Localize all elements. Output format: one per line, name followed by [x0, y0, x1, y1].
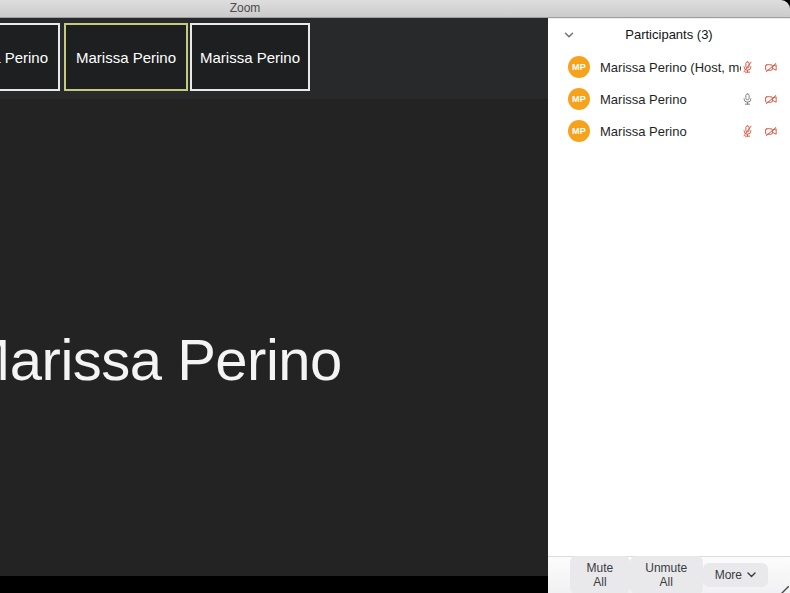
window-title: Zoom	[230, 0, 261, 17]
participant-row[interactable]: MP Marissa Perino	[568, 120, 779, 142]
mic-muted-icon	[741, 60, 754, 74]
participant-name: Marissa Perino	[600, 124, 741, 139]
unmute-all-button[interactable]: Unmute All	[630, 556, 703, 593]
video-off-icon	[763, 61, 779, 74]
participant-name-label: Marissa Perino	[200, 49, 300, 66]
participant-row[interactable]: MP Marissa Perino (Host, me)	[568, 56, 779, 78]
video-thumbnail-active-speaker[interactable]: Marissa Perino	[64, 23, 188, 91]
window-titlebar[interactable]: Zoom	[0, 0, 790, 18]
status-icons	[741, 60, 779, 74]
participant-row[interactable]: MP Marissa Perino	[568, 88, 779, 110]
avatar: MP	[568, 120, 590, 142]
participant-name-label: Marissa Perino	[76, 49, 176, 66]
participant-name: Marissa Perino (Host, me)	[600, 60, 741, 75]
chevron-down-icon	[747, 572, 756, 578]
avatar: MP	[568, 88, 590, 110]
participant-name-label: Marissa Perino	[0, 49, 48, 66]
participants-panel: Participants (3) MP Marissa Perino (Host…	[548, 18, 790, 593]
video-thumbnail[interactable]: Marissa Perino	[0, 23, 60, 91]
mic-icon	[741, 92, 754, 106]
chevron-down-icon[interactable]	[562, 28, 576, 42]
video-filmstrip: Marissa Perino Marissa Perino Marissa Pe…	[0, 18, 548, 99]
status-icons	[741, 92, 779, 106]
status-icons	[741, 124, 779, 138]
video-thumbnail[interactable]: Marissa Perino	[190, 23, 310, 91]
panel-title: Participants (3)	[548, 19, 790, 51]
resize-grip-icon[interactable]	[779, 582, 789, 592]
mute-all-button[interactable]: Mute All	[570, 556, 630, 593]
active-speaker-name: Marissa Perino	[0, 326, 342, 393]
video-letterbox	[0, 576, 548, 593]
video-region: Marissa Perino Marissa Perino Marissa Pe…	[0, 18, 548, 593]
mute-all-label: Mute All	[582, 561, 618, 589]
participant-name: Marissa Perino	[600, 92, 741, 107]
more-button[interactable]: More	[703, 563, 768, 587]
mic-muted-icon	[741, 124, 754, 138]
unmute-all-label: Unmute All	[642, 561, 691, 589]
video-off-icon	[763, 93, 779, 106]
participants-panel-footer: Mute All Unmute All More	[548, 556, 790, 593]
more-label: More	[715, 568, 742, 582]
participants-list: MP Marissa Perino (Host, me)	[548, 56, 790, 142]
avatar: MP	[568, 56, 590, 78]
zoom-window: Zoom Marissa Perino Marissa Perino Maris…	[0, 0, 790, 593]
active-speaker-view: Marissa Perino	[0, 99, 548, 593]
video-off-icon	[763, 125, 779, 138]
participants-panel-header: Participants (3)	[548, 18, 790, 49]
